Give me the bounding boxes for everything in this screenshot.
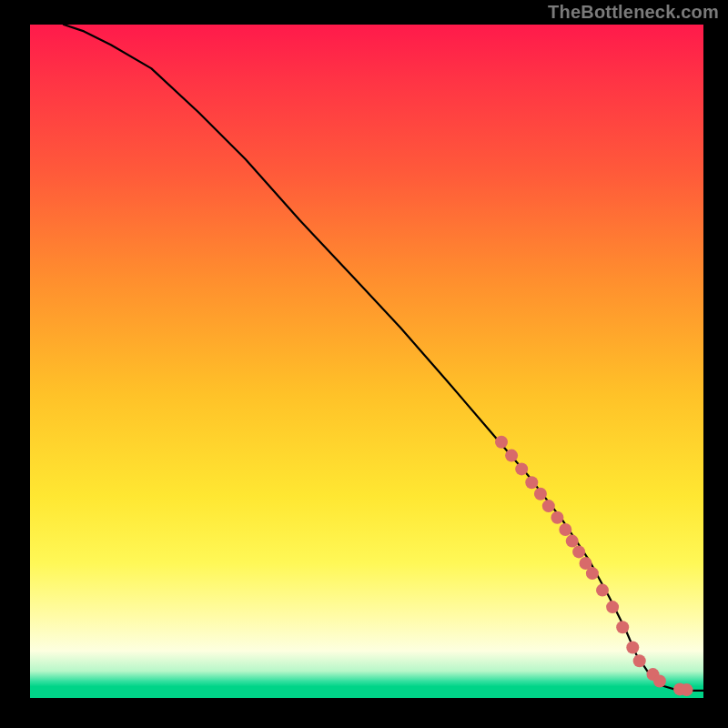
chart-frame: TheBottleneck.com	[0, 0, 728, 728]
plot-area	[30, 25, 703, 698]
heat-gradient	[30, 25, 703, 698]
watermark-text: TheBottleneck.com	[548, 2, 719, 23]
